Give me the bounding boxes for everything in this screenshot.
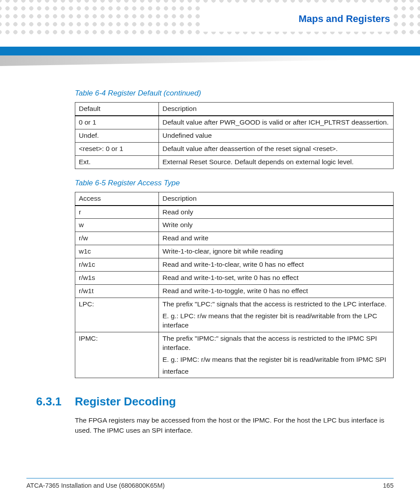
table-row: r/w1sRead and write-1-to-set, write 0 ha… bbox=[75, 272, 394, 285]
table-cell: <reset>: 0 or 1 bbox=[75, 142, 159, 155]
table-row: wWrite only bbox=[75, 219, 394, 232]
table-cell: IPMC: bbox=[75, 332, 159, 378]
cell-line: interface bbox=[162, 367, 390, 376]
footer-page-number: 165 bbox=[383, 482, 394, 489]
table-row: <reset>: 0 or 1Default value after deass… bbox=[75, 142, 394, 155]
table-cell: The prefix "LPC:" signals that the acces… bbox=[159, 298, 394, 332]
table-cell: Read only bbox=[159, 206, 394, 219]
table-cell: LPC: bbox=[75, 298, 159, 332]
cell-line: The prefix "IPMC:" signals that the acce… bbox=[162, 334, 390, 353]
table-cell: r/w1t bbox=[75, 285, 159, 298]
table-row: r/w1tRead and write-1-to-toggle, write 0… bbox=[75, 285, 394, 298]
table-cell: Write only bbox=[159, 219, 394, 232]
table-row-ipmc: IPMC:The prefix "IPMC:" signals that the… bbox=[75, 332, 394, 378]
table-cell: The prefix "IPMC:" signals that the acce… bbox=[159, 332, 394, 378]
table-row: r/w1cRead and write-1-to-clear, write 0 … bbox=[75, 258, 394, 272]
table-cell: Read and write-1-to-set, write 0 has no … bbox=[159, 272, 394, 285]
table-cell: r/w bbox=[75, 232, 159, 245]
table-cell: Write-1-to-clear, ignore bit while readi… bbox=[159, 245, 394, 258]
section-number: 6.3.1 bbox=[36, 395, 75, 408]
table-6-5: Access Description rRead onlywWrite only… bbox=[75, 192, 394, 379]
table-cell: Read and write-1-to-toggle, write 0 has … bbox=[159, 285, 394, 298]
table-row: Ext.External Reset Source. Default depen… bbox=[75, 155, 394, 169]
header-shadow bbox=[0, 55, 420, 66]
table-cell: w bbox=[75, 219, 159, 232]
table-cell: Read and write-1-to-clear, write 0 has n… bbox=[159, 258, 394, 272]
table-cell: Default value after deassertion of the r… bbox=[159, 142, 394, 155]
cell-line: E. g.: LPC: r/w means that the register … bbox=[162, 312, 390, 330]
col-default: Default bbox=[75, 103, 159, 116]
table-cell: Default value after PWR_GOOD is valid or… bbox=[159, 116, 394, 129]
table-cell: r bbox=[75, 206, 159, 219]
table-row-lpc: LPC:The prefix "LPC:" signals that the a… bbox=[75, 298, 394, 332]
section-title: Register Decoding bbox=[75, 395, 176, 408]
cell-line: The prefix "LPC:" signals that the acces… bbox=[162, 300, 390, 309]
table-cell: Undefined value bbox=[159, 129, 394, 142]
table-row: 0 or 1Default value after PWR_GOOD is va… bbox=[75, 116, 394, 129]
table-cell: r/w1s bbox=[75, 272, 159, 285]
col-description: Description bbox=[159, 103, 394, 116]
table-row: Undef.Undefined value bbox=[75, 129, 394, 142]
table-cell: 0 or 1 bbox=[75, 116, 159, 129]
col-description: Description bbox=[159, 192, 394, 205]
table-cell: r/w1c bbox=[75, 258, 159, 272]
table-header-row: Access Description bbox=[75, 192, 394, 205]
table-row: rRead only bbox=[75, 206, 394, 219]
table-cell: Read and write bbox=[159, 232, 394, 245]
table-row: r/wRead and write bbox=[75, 232, 394, 245]
header-blue-bar bbox=[0, 47, 420, 55]
table-6-4: Default Description 0 or 1Default value … bbox=[75, 102, 394, 169]
footer-doc-title: ATCA-7365 Installation and Use (6806800K… bbox=[26, 482, 165, 489]
table-cell: w1c bbox=[75, 245, 159, 258]
section-paragraph: The FPGA registers may be accessed from … bbox=[75, 416, 394, 435]
table-row: w1cWrite-1-to-clear, ignore bit while re… bbox=[75, 245, 394, 258]
table-header-row: Default Description bbox=[75, 103, 394, 116]
page-section-title: Maps and Registers bbox=[295, 12, 394, 26]
cell-line: E. g.: IPMC: r/w means that the register… bbox=[162, 355, 390, 364]
table-6-5-caption: Table 6-5 Register Access Type bbox=[75, 179, 394, 188]
table-cell: Undef. bbox=[75, 129, 159, 142]
table-6-4-caption: Table 6-4 Register Default (continued) bbox=[75, 89, 394, 98]
table-cell: External Reset Source. Default depends o… bbox=[159, 155, 394, 169]
col-access: Access bbox=[75, 192, 159, 205]
page-footer: ATCA-7365 Installation and Use (6806800K… bbox=[26, 478, 394, 489]
table-cell: Ext. bbox=[75, 155, 159, 169]
